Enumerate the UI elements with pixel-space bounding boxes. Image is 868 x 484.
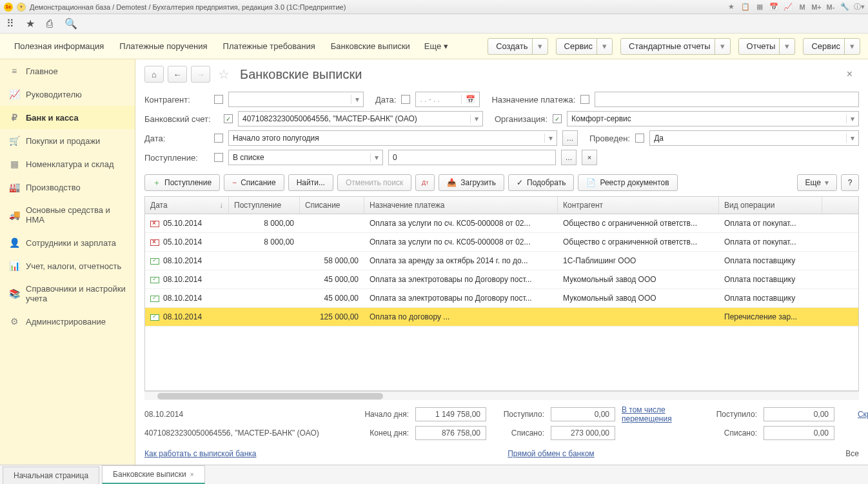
exchange-link[interactable]: Прямой обмен с банком [508, 449, 594, 458]
col-out-header[interactable]: Списание [300, 197, 364, 214]
sidebar-item-7[interactable]: 👤Сотрудники и зарплата [0, 231, 135, 254]
info-icon[interactable]: ⓘ▾ [854, 2, 864, 12]
org-input[interactable]: Комфорт-сервис▾ [567, 111, 859, 126]
caret-icon[interactable]: ▾ [597, 39, 612, 54]
sidebar-item-3[interactable]: 🛒Покупки и продажи [0, 129, 135, 152]
sidebar-item-4[interactable]: ▦Номенклатура и склад [0, 152, 135, 176]
favorite-icon[interactable]: ★ [726, 2, 736, 12]
back-button[interactable]: ← [168, 66, 187, 83]
m-icon[interactable]: M [797, 2, 807, 12]
tab-bank-statements[interactable]: Банковские выписки× [102, 465, 204, 484]
caret-icon[interactable]: ▾ [715, 39, 730, 54]
period-select-button[interactable]: … [562, 130, 578, 146]
inflow-select-button[interactable]: … [561, 150, 577, 165]
cmdbar-link-3[interactable]: Банковские выписки [324, 41, 417, 51]
close-icon[interactable]: × [840, 68, 859, 80]
date-input[interactable]: . . - . .📅 [415, 92, 480, 107]
end-value: 876 758,00 [415, 426, 486, 440]
purpose-checkbox[interactable] [580, 95, 589, 104]
col-in-header[interactable]: Поступление [229, 197, 300, 214]
find-button[interactable]: Найти... [288, 174, 333, 191]
posted-checkbox[interactable] [635, 134, 644, 143]
cmdbar-more[interactable]: Еще ▾ [419, 41, 453, 51]
load-button[interactable]: 📥Загрузить [439, 174, 504, 191]
settings-icon[interactable]: 🔧 [840, 2, 850, 12]
posted-input[interactable]: Да▾ [649, 130, 859, 146]
cmdbar-link-0[interactable]: Полезная информация [8, 41, 110, 51]
cmdbar-link-1[interactable]: Платежные поручения [113, 41, 213, 51]
transfers-link[interactable]: В том числе перемещения [622, 405, 699, 423]
star-icon[interactable]: ★ [26, 17, 35, 30]
caret-icon[interactable]: ▾ [532, 39, 547, 54]
table-row[interactable]: 05.10.2014 8 000,00 Оплата за услуги по … [145, 214, 858, 233]
tab-close-icon[interactable]: × [190, 471, 194, 478]
sidebar-item-9[interactable]: 📚Справочники и настройки учета [0, 277, 135, 310]
outflow-button[interactable]: −Списание [224, 174, 284, 191]
inflow-value-input[interactable]: 0 [388, 150, 556, 165]
sidebar-item-0[interactable]: ≡Главное [0, 59, 135, 83]
favorite-star-icon[interactable]: ☆ [218, 66, 230, 82]
purpose-input[interactable] [595, 92, 859, 107]
more-button[interactable]: Еще▾ [797, 174, 837, 191]
sidebar-item-8[interactable]: 📊Учет, налоги, отчетность [0, 254, 135, 277]
pick-button[interactable]: ✓Подобрать [508, 174, 574, 191]
inflow-checkbox[interactable] [214, 153, 223, 162]
org-checkbox[interactable] [553, 114, 562, 123]
cancel-find-button[interactable]: Отменить поиск [337, 174, 411, 191]
table-row[interactable]: 08.10.2014 45 000,00 Оплата за электрото… [145, 270, 858, 289]
inflow-clear-button[interactable]: × [582, 150, 597, 165]
caret-icon[interactable]: ▾ [844, 39, 860, 54]
search-icon[interactable]: 🔍 [64, 17, 77, 30]
reports-button[interactable]: Отчеты▾ [738, 38, 796, 55]
m-minus-icon[interactable]: M- [825, 2, 836, 12]
sidebar-item-2[interactable]: ₽Банк и касса [0, 106, 135, 129]
caret-icon[interactable]: ▾ [779, 39, 794, 54]
col-date-header[interactable]: Дата↓ [145, 197, 229, 214]
home-button[interactable]: ⌂ [144, 66, 164, 83]
inflow-mode-input[interactable]: В списке▾ [228, 150, 383, 165]
calc-icon[interactable]: ▦ [755, 2, 765, 12]
period-checkbox[interactable] [214, 134, 223, 143]
service2-button[interactable]: Сервис▾ [803, 38, 860, 55]
inflow-button[interactable]: ＋Поступление [144, 174, 220, 191]
account-checkbox[interactable] [224, 114, 233, 123]
how-to-link[interactable]: Как работать с выпиской банка [144, 449, 256, 458]
date-checkbox[interactable] [401, 95, 410, 104]
col-desc-header[interactable]: Назначение платежа [364, 197, 558, 214]
dt-kt-button[interactable]: Дт [415, 174, 435, 191]
create-button[interactable]: Создать▾ [488, 38, 547, 55]
sidebar-item-5[interactable]: 🏭Производство [0, 176, 135, 199]
table-row[interactable]: 08.10.2014 58 000,00 Оплата за аренду за… [145, 252, 858, 270]
history-icon[interactable]: ⎙ [46, 18, 53, 30]
service-button[interactable]: Сервис▾ [556, 38, 613, 55]
sidebar-label: Учет, налоги, отчетность [26, 261, 121, 271]
all-link[interactable]: Все [845, 449, 859, 458]
apps-icon[interactable]: ⠿ [6, 17, 14, 30]
calendar-icon[interactable]: 📅 [769, 2, 779, 12]
dropdown-icon[interactable]: ▾ [17, 3, 26, 12]
cmdbar-link-2[interactable]: Платежные требования [217, 41, 322, 51]
table-row[interactable]: 08.10.2014 125 000,00 Оплата по договору… [145, 308, 858, 327]
forward-button[interactable]: → [191, 66, 210, 83]
period-input[interactable]: Начало этого полугодия▾ [228, 130, 557, 146]
contractor-input[interactable]: ▾ [228, 92, 364, 107]
col-contr-header[interactable]: Контрагент [558, 197, 719, 214]
col-type-header[interactable]: Вид операции [719, 197, 822, 214]
sidebar-item-1[interactable]: 📈Руководителю [0, 83, 135, 106]
std-reports-button[interactable]: Стандартные отчеты▾ [620, 38, 730, 55]
account-input[interactable]: 40710823230050064556, "МАСТЕР-БАНК" (ОАО… [238, 111, 483, 126]
table-row[interactable]: 08.10.2014 45 000,00 Оплата за электрото… [145, 289, 858, 308]
contractor-checkbox[interactable] [214, 95, 223, 104]
sidebar-item-10[interactable]: ⚙Администрирование [0, 310, 135, 333]
tab-start[interactable]: Начальная страница [3, 467, 99, 484]
help-button[interactable]: ? [841, 174, 859, 191]
registry-button[interactable]: 📄Реестр документов [578, 174, 677, 191]
grid-body[interactable]: 05.10.2014 8 000,00 Оплата за услуги по … [145, 214, 858, 390]
sidebar-item-6[interactable]: 🚚Основные средства и НМА [0, 199, 135, 231]
report-icon[interactable]: 📈 [783, 2, 793, 12]
table-row[interactable]: 05.10.2014 8 000,00 Оплата за услуги по … [145, 233, 858, 252]
hide-totals-link[interactable]: Скрыть итоги [841, 410, 868, 419]
clipboard-icon[interactable]: 📋 [740, 2, 751, 12]
horizontal-scrollbar[interactable] [144, 391, 859, 400]
m-plus-icon[interactable]: M+ [811, 2, 822, 12]
